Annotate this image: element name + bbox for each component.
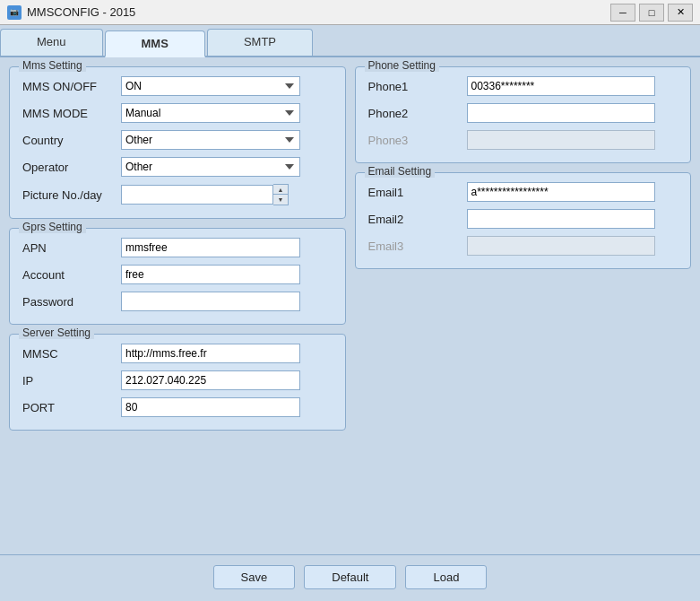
gprs-setting-title: Gprs Setting [19,221,86,233]
password-row: Password [22,292,333,311]
apn-input[interactable] [121,238,300,257]
main-content: Mms Setting MMS ON/OFF ON OFF MMS MODE M… [0,57,700,554]
country-select[interactable]: Other France UK US [121,130,300,150]
account-label: Account [22,268,121,282]
apn-row: APN [22,238,333,257]
email1-label: Email1 [368,186,467,199]
titlebar-left: 📷 MMSCONFIG - 2015 [7,5,135,20]
picture-spinner: ▲ ▼ [121,184,289,205]
titlebar: 📷 MMSCONFIG - 2015 ─ □ ✕ [0,0,700,25]
email2-input[interactable] [467,209,655,229]
tab-mms[interactable]: MMS [105,30,205,57]
mms-onoff-label: MMS ON/OFF [22,80,121,93]
mmsc-input[interactable] [121,344,300,363]
right-column: Phone Setting Phone1 Phone2 Phone3 Email… [355,66,692,431]
load-button[interactable]: Load [405,565,487,589]
operator-label: Operator [22,161,121,174]
mms-setting-group: Mms Setting MMS ON/OFF ON OFF MMS MODE M… [9,66,346,219]
operator-select[interactable]: Other Free Orange SFR [121,157,300,177]
account-input[interactable] [121,265,300,284]
ip-row: IP [22,370,333,390]
port-input[interactable] [121,397,300,417]
phone-setting-group: Phone Setting Phone1 Phone2 Phone3 [355,66,692,163]
country-label: Country [22,134,121,147]
email3-label: Email3 [368,240,467,253]
email3-input [467,236,655,256]
phone1-label: Phone1 [368,80,467,93]
mmsc-label: MMSC [22,347,121,361]
phone1-input[interactable] [467,76,655,96]
account-row: Account [22,265,333,284]
phone1-row: Phone1 [368,76,678,96]
port-row: PORT [22,397,333,417]
phone2-row: Phone2 [368,103,678,123]
picture-input[interactable] [121,185,273,205]
mms-onoff-row: MMS ON/OFF ON OFF [22,76,333,96]
window-title: MMSCONFIG - 2015 [27,5,135,19]
phone3-label: Phone3 [368,134,467,147]
phone2-input[interactable] [467,103,655,123]
mms-onoff-select[interactable]: ON OFF [121,76,300,96]
mms-mode-select[interactable]: Manual Auto [121,103,300,123]
email1-input[interactable] [467,182,655,202]
email2-label: Email2 [368,213,467,226]
window-controls: ─ □ ✕ [610,4,693,22]
email-setting-group: Email Setting Email1 Email2 Email3 [355,172,692,269]
phone3-row: Phone3 [368,130,678,150]
app-icon: 📷 [7,5,22,20]
maximize-button[interactable]: □ [639,4,664,22]
minimize-button[interactable]: ─ [610,4,635,22]
mms-mode-row: MMS MODE Manual Auto [22,103,333,123]
phone2-label: Phone2 [368,107,467,120]
picture-row: Picture No./day ▲ ▼ [22,184,333,205]
operator-row: Operator Other Free Orange SFR [22,157,333,177]
country-row: Country Other France UK US [22,130,333,150]
apn-label: APN [22,241,121,255]
default-button[interactable]: Default [304,565,396,589]
tab-bar: Menu MMS SMTP [0,25,700,57]
email-setting-title: Email Setting [365,165,436,178]
mms-setting-title: Mms Setting [19,59,86,72]
ip-label: IP [22,374,121,388]
spinner-up-button[interactable]: ▲ [273,185,288,195]
password-input[interactable] [121,292,300,311]
phone-setting-title: Phone Setting [365,59,439,72]
tab-smtp[interactable]: SMTP [207,29,313,56]
email2-row: Email2 [368,209,678,229]
mmsc-row: MMSC [22,344,333,363]
password-label: Password [22,295,121,309]
gprs-setting-group: Gprs Setting APN Account Password [9,228,346,325]
server-setting-group: Server Setting MMSC IP PORT [9,334,346,431]
server-setting-title: Server Setting [19,327,94,339]
ip-input[interactable] [121,370,300,390]
email3-row: Email3 [368,236,678,256]
close-button[interactable]: ✕ [668,4,693,22]
picture-label: Picture No./day [22,188,121,202]
left-column: Mms Setting MMS ON/OFF ON OFF MMS MODE M… [9,66,346,431]
port-label: PORT [22,401,121,414]
tab-menu[interactable]: Menu [0,29,103,56]
save-button[interactable]: Save [213,565,296,589]
spinner-down-button[interactable]: ▼ [273,195,288,205]
bottom-bar: Save Default Load [0,554,700,599]
mms-mode-label: MMS MODE [22,107,121,120]
phone3-input [467,130,655,150]
email1-row: Email1 [368,182,678,202]
spinner-buttons: ▲ ▼ [273,184,289,205]
